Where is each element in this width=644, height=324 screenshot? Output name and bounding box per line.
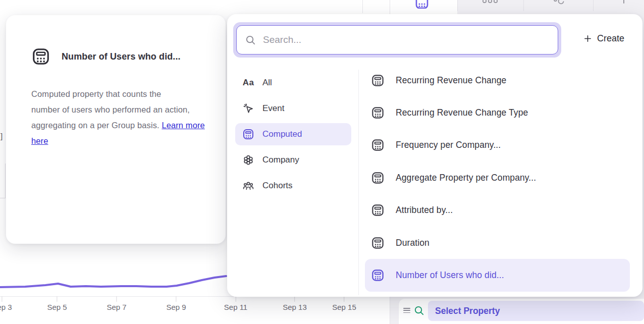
- category-item[interactable]: Company: [235, 149, 351, 171]
- category-item[interactable]: Computed: [235, 123, 351, 145]
- tab-computed-metric[interactable]: [390, 0, 457, 14]
- tab-bar-chart[interactable]: [458, 0, 523, 14]
- property-picker-panel: Create Aa All Event Computed Company Coh…: [227, 14, 642, 297]
- query-builder-row: Select Property: [399, 299, 644, 324]
- property-item[interactable]: Duration: [365, 227, 630, 259]
- property-item[interactable]: Frequency per Company...: [365, 129, 630, 161]
- category-item[interactable]: Event: [235, 97, 351, 120]
- text-format-icon: Aa: [242, 77, 254, 89]
- calculator-icon: [371, 138, 385, 152]
- search-input[interactable]: [256, 26, 558, 54]
- divider: [5, 164, 6, 198]
- create-button[interactable]: Create: [583, 33, 624, 44]
- property-item[interactable]: Attributed by...: [365, 194, 630, 227]
- search-icon: [245, 34, 256, 46]
- divider: [358, 70, 359, 295]
- create-button-label: Create: [597, 33, 624, 44]
- property-item[interactable]: Aggregate Property per Company...: [365, 161, 630, 194]
- tick-mark: [344, 296, 344, 302]
- x-axis-tick: Sep 3: [0, 296, 12, 311]
- property-info-tooltip: Number of Users who did... Computed prop…: [6, 15, 226, 244]
- calculator-icon: [371, 236, 385, 250]
- tick-mark: [116, 296, 117, 302]
- calculator-icon: [371, 74, 385, 87]
- tooltip-description: Computed property that counts the number…: [31, 86, 214, 149]
- divider: [0, 198, 6, 198]
- select-property-field[interactable]: Select Property: [428, 301, 644, 321]
- calculator-tab-icon: [415, 0, 428, 9]
- tick-mark: [176, 296, 176, 302]
- tooltip-title: Number of Users who did...: [62, 51, 181, 62]
- tick-mark: [294, 296, 295, 302]
- view-tab-bar: [390, 0, 644, 14]
- calculator-icon: [242, 128, 254, 140]
- x-axis-tick: Sep 15: [332, 296, 356, 311]
- drag-handle-icon[interactable]: [403, 308, 410, 314]
- calculator-icon: [371, 106, 385, 120]
- tab-retention[interactable]: [524, 0, 593, 14]
- x-axis-tick: Sep 5: [47, 296, 67, 311]
- category-item[interactable]: Aa All: [235, 72, 351, 94]
- calculator-icon: [371, 203, 385, 217]
- property-item[interactable]: Number of Users who did...: [365, 259, 630, 291]
- category-list: Aa All Event Computed Company Cohorts: [235, 72, 351, 200]
- search-box[interactable]: [236, 25, 558, 55]
- company-icon: [242, 154, 254, 166]
- search-focus-ring: [233, 22, 561, 58]
- cohorts-icon: [242, 180, 254, 192]
- x-axis-tick: Sep 13: [283, 296, 307, 311]
- retention-tab-icon: [551, 0, 566, 5]
- divider: [362, 0, 363, 13]
- funnel-tab-icon: [622, 0, 626, 4]
- search-icon: [413, 305, 425, 316]
- property-item[interactable]: Recurring Revenue Change: [365, 64, 630, 96]
- description-line: number of users who performed an action,: [31, 105, 190, 114]
- tab-funnel[interactable]: [594, 0, 644, 14]
- x-axis-tick: Sep 9: [166, 296, 186, 311]
- property-item[interactable]: Recurring Revenue Change Type: [365, 96, 630, 129]
- x-axis: Sep 3 Sep 5 Sep 7 Sep 9 Sep 11 Sep 13 Se…: [0, 296, 390, 316]
- bars-tab-icon: [481, 0, 499, 4]
- calculator-icon: [371, 171, 385, 185]
- tick-mark: [57, 296, 57, 302]
- category-item[interactable]: Cohorts: [235, 175, 351, 197]
- description-line: Computed property that counts the: [31, 89, 161, 98]
- x-axis-tick: Sep 11: [224, 296, 247, 311]
- chart-line: [0, 276, 226, 287]
- plus-icon: [583, 34, 592, 43]
- calculator-icon: [371, 268, 385, 282]
- tick-mark: [2, 296, 2, 302]
- property-list: Recurring Revenue Change Recurring Reven…: [365, 64, 630, 292]
- event-cursor-icon: [242, 102, 254, 115]
- clipped-background-text: ]: [1, 132, 3, 140]
- tick-mark: [236, 296, 236, 302]
- x-axis-tick: Sep 7: [106, 296, 126, 311]
- description-line: aggregating on a per Group basis.: [31, 121, 159, 130]
- calculator-icon: [31, 47, 50, 66]
